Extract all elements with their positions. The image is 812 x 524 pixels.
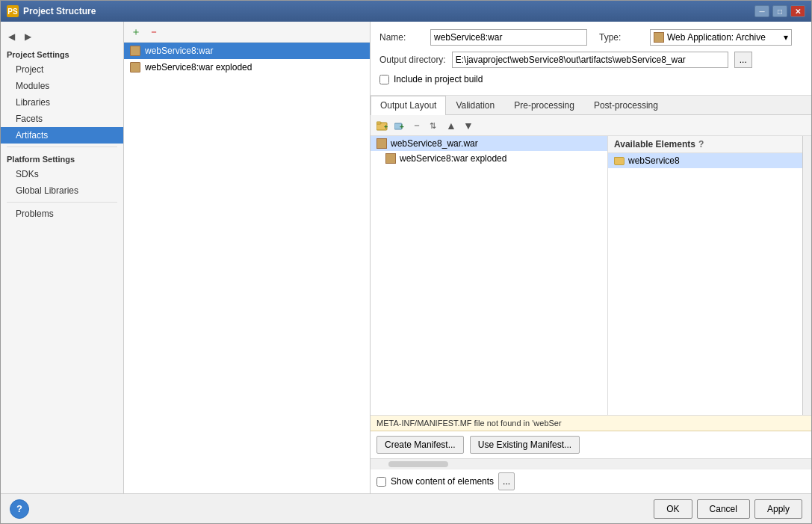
window-title: Project Structure [23, 6, 754, 16]
type-value: Web Application: Archive [667, 32, 781, 43]
name-input[interactable] [430, 29, 587, 46]
include-row: Include in project build [379, 74, 802, 84]
use-existing-manifest-button[interactable]: Use Existing Manifest... [470, 436, 580, 454]
project-settings-header: Project Settings [1, 46, 123, 61]
output-toolbar: + + － ⇅ ▲ ▼ [371, 115, 811, 136]
svg-text:+: + [400, 123, 404, 131]
output-add-button[interactable]: + [392, 118, 407, 133]
war-icon [130, 46, 140, 56]
close-button[interactable]: ✕ [790, 5, 805, 17]
apply-button[interactable]: Apply [754, 499, 802, 519]
available-elements-header: Available Elements ? [608, 136, 802, 153]
output-dir-label: Output directory: [379, 55, 446, 65]
type-dropdown-icon: ▾ [784, 32, 788, 43]
tab-post-processing[interactable]: Post-processing [584, 96, 668, 114]
help-button[interactable]: ? [10, 499, 29, 519]
window-controls: ─ □ ✕ [754, 5, 805, 17]
tab-output-layout[interactable]: Output Layout [371, 96, 446, 115]
svg-text:+: + [384, 123, 388, 131]
cancel-button[interactable]: Cancel [697, 499, 750, 519]
sidebar-divider-2 [7, 202, 117, 203]
tree-item-war-exploded[interactable]: webService8:war exploded [371, 151, 607, 166]
svg-rect-1 [376, 122, 381, 124]
sidebar-item-problems[interactable]: Problems [1, 206, 123, 222]
available-list: webService8 [608, 153, 802, 415]
available-panel: Available Elements ? webService8 [608, 136, 802, 415]
sidebar-item-libraries[interactable]: Libraries [1, 94, 123, 111]
scrollbar[interactable] [802, 136, 811, 415]
sidebar: ◀ ▶ Project Settings Project Modules Lib… [1, 22, 124, 493]
manifest-warning: META-INF/MANIFEST.MF file not found in '… [371, 416, 811, 431]
output-sort-button[interactable]: ⇅ [427, 118, 441, 133]
show-content-checkbox[interactable] [376, 477, 386, 487]
war-exploded-icon [130, 62, 140, 73]
artifact-toolbar: ＋ － [124, 22, 370, 43]
output-tree: webService8_war.war webService8:war expl… [371, 136, 608, 415]
type-select[interactable]: Web Application: Archive ▾ [650, 29, 792, 46]
sidebar-item-project[interactable]: Project [1, 61, 123, 78]
name-row: Name: Type: Web Application: Archive ▾ [379, 29, 802, 46]
artifact-list: webService8:war webService8:war exploded [124, 43, 370, 493]
output-down-button[interactable]: ▼ [461, 118, 476, 133]
tabs-bar: Output Layout Validation Pre-processing … [371, 96, 811, 115]
output-dir-browse-button[interactable]: ... [734, 52, 752, 68]
output-dir-row: Output directory: ... [379, 52, 802, 68]
create-manifest-button[interactable]: Create Manifest... [376, 436, 464, 454]
sidebar-item-sdks[interactable]: SDKs [1, 166, 123, 182]
title-bar: PS Project Structure ─ □ ✕ [1, 1, 811, 22]
war-file-icon [376, 138, 387, 149]
type-label: Type: [599, 32, 644, 43]
available-elements-label: Available Elements [614, 139, 695, 150]
properties-area: Name: Type: Web Application: Archive ▾ O… [371, 22, 811, 96]
output-layout-content: + + － ⇅ ▲ ▼ [371, 115, 811, 493]
ok-button[interactable]: OK [654, 499, 692, 519]
show-content-options-button[interactable]: ... [498, 472, 515, 490]
platform-settings-header: Platform Settings [1, 150, 123, 166]
folder-icon [614, 157, 625, 165]
tree-item-war[interactable]: webService8_war.war [371, 136, 607, 151]
add-artifact-button[interactable]: ＋ [128, 25, 143, 40]
include-checkbox[interactable] [379, 75, 389, 84]
sidebar-divider [7, 147, 117, 147]
sidebar-item-global-libraries[interactable]: Global Libraries [1, 182, 123, 199]
maximize-button[interactable]: □ [772, 5, 787, 17]
show-content-label: Show content of elements [391, 476, 494, 487]
output-up-button[interactable]: ▲ [444, 118, 459, 133]
output-remove-button[interactable]: － [409, 118, 424, 133]
help-icon: ? [698, 139, 704, 150]
minimize-button[interactable]: ─ [754, 5, 769, 17]
war-exploded-tree-icon [385, 153, 396, 164]
include-label: Include in project build [394, 74, 483, 84]
scroll-thumb [388, 461, 448, 467]
show-content-row: Show content of elements ... [371, 469, 811, 493]
output-dir-input[interactable] [452, 52, 728, 68]
nav-arrows: ◀ ▶ [1, 28, 123, 46]
project-structure-window: PS Project Structure ─ □ ✕ ◀ ▶ Project S… [0, 0, 812, 524]
sidebar-item-facets[interactable]: Facets [1, 111, 123, 127]
bottom-section: META-INF/MANIFEST.MF file not found in '… [371, 415, 811, 493]
svg-text:⇅: ⇅ [430, 121, 436, 130]
artifact-list-panel: ＋ － webService8:war webService8:war expl… [124, 22, 371, 493]
output-main: webService8_war.war webService8:war expl… [371, 136, 811, 415]
tab-validation[interactable]: Validation [446, 96, 504, 114]
app-icon: PS [7, 5, 19, 17]
available-item-webservice8[interactable]: webService8 [608, 153, 802, 168]
horizontal-scrollbar[interactable] [371, 458, 811, 469]
artifact-item-war[interactable]: webService8:war [124, 43, 370, 59]
sidebar-item-modules[interactable]: Modules [1, 78, 123, 94]
sidebar-item-artifacts[interactable]: Artifacts [1, 127, 123, 144]
dialog-footer: ? OK Cancel Apply [1, 493, 811, 523]
back-button[interactable]: ◀ [4, 29, 19, 44]
remove-artifact-button[interactable]: － [146, 25, 161, 40]
right-panel: Name: Type: Web Application: Archive ▾ O… [371, 22, 811, 493]
main-layout: ◀ ▶ Project Settings Project Modules Lib… [1, 22, 811, 493]
manifest-buttons: Create Manifest... Use Existing Manifest… [371, 431, 811, 458]
forward-button[interactable]: ▶ [20, 29, 35, 44]
tab-pre-processing[interactable]: Pre-processing [504, 96, 584, 114]
name-label: Name: [379, 32, 424, 43]
output-folder-button[interactable]: + [375, 118, 390, 133]
type-icon [654, 32, 664, 43]
artifact-item-war-exploded[interactable]: webService8:war exploded [124, 59, 370, 75]
